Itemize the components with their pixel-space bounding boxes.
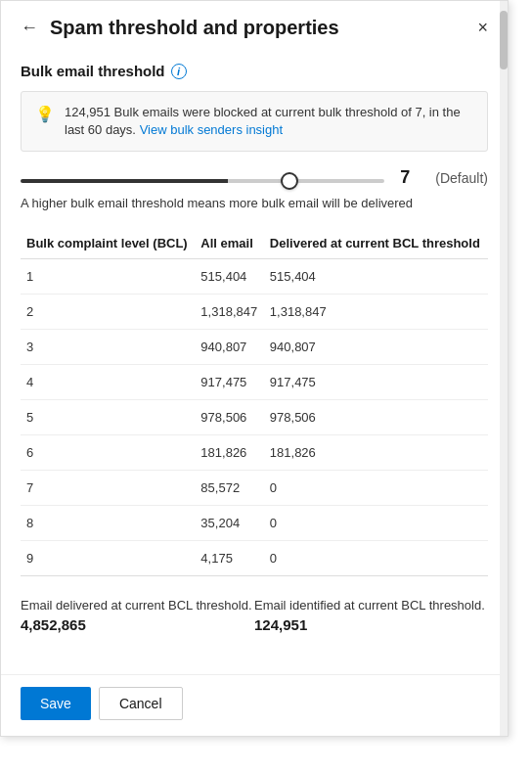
bcl-cell: 6	[21, 435, 195, 471]
delivered-cell: 978,506	[264, 400, 488, 435]
bcl-cell: 7	[21, 471, 195, 506]
delivered-cell: 0	[264, 506, 488, 541]
all-email-cell: 917,475	[195, 365, 263, 400]
summary-right-value: 124,951	[254, 616, 488, 633]
bulk-email-section-label: Bulk email threshold i	[21, 63, 488, 79]
panel-header: ← Spam threshold and properties ×	[1, 1, 508, 47]
slider-value: 7	[400, 167, 420, 188]
panel-content: Bulk email threshold i 💡 124,951 Bulk em…	[1, 47, 508, 674]
delivered-cell: 0	[264, 471, 488, 506]
all-email-cell: 85,572	[195, 471, 263, 506]
bcl-cell: 8	[21, 506, 195, 541]
bulk-email-label: Bulk email threshold	[21, 63, 165, 79]
bcl-cell: 2	[21, 295, 195, 330]
info-text: 124,951 Bulk emails were blocked at curr…	[65, 104, 473, 139]
slider-default-label: (Default)	[435, 170, 488, 186]
table-row: 6 181,826 181,826	[21, 435, 488, 471]
col-bcl: Bulk complaint level (BCL)	[21, 228, 195, 259]
info-icon[interactable]: i	[171, 64, 187, 79]
info-box: 💡 124,951 Bulk emails were blocked at cu…	[21, 91, 488, 152]
col-delivered: Delivered at current BCL threshold	[264, 228, 488, 259]
delivered-cell: 0	[264, 541, 488, 576]
all-email-cell: 35,204	[195, 506, 263, 541]
summary-left-label: Email delivered at current BCL threshold…	[21, 598, 254, 613]
col-all-email: All email	[195, 228, 263, 259]
footer: Save Cancel	[1, 674, 508, 736]
table-row: 3 940,807 940,807	[21, 330, 488, 365]
all-email-cell: 978,506	[195, 400, 263, 435]
table-row: 2 1,318,847 1,318,847	[21, 295, 488, 330]
table-row: 8 35,204 0	[21, 506, 488, 541]
scrollbar[interactable]	[500, 1, 508, 736]
delivered-cell: 515,404	[264, 259, 488, 295]
bcl-cell: 4	[21, 365, 195, 400]
back-button[interactable]: ←	[21, 18, 46, 38]
slider-container	[21, 169, 384, 187]
bcl-cell: 9	[21, 541, 195, 576]
bcl-cell: 3	[21, 330, 195, 365]
table-header-row: Bulk complaint level (BCL) All email Del…	[21, 228, 488, 259]
all-email-cell: 940,807	[195, 330, 263, 365]
all-email-cell: 515,404	[195, 259, 263, 295]
table-row: 7 85,572 0	[21, 471, 488, 506]
summary-left: Email delivered at current BCL threshold…	[21, 590, 254, 641]
table-row: 4 917,475 917,475	[21, 365, 488, 400]
table-row: 5 978,506 978,506	[21, 400, 488, 435]
table-row: 9 4,175 0	[21, 541, 488, 576]
main-panel: ← Spam threshold and properties × Bulk e…	[0, 0, 509, 737]
bcl-table: Bulk complaint level (BCL) All email Del…	[21, 228, 488, 576]
bulb-icon: 💡	[35, 105, 55, 123]
page-title: Spam threshold and properties	[46, 17, 477, 39]
delivered-cell: 1,318,847	[264, 295, 488, 330]
summary-right: Email identified at current BCL threshol…	[254, 590, 488, 641]
slider-description: A higher bulk email threshold means more…	[21, 196, 488, 210]
summary-left-value: 4,852,865	[21, 616, 254, 633]
slider-row: 7 (Default)	[21, 167, 488, 188]
scrollbar-thumb	[500, 11, 508, 69]
summary-row: Email delivered at current BCL threshold…	[21, 590, 488, 641]
bcl-cell: 1	[21, 259, 195, 295]
delivered-cell: 181,826	[264, 435, 488, 471]
summary-right-label: Email identified at current BCL threshol…	[254, 598, 488, 613]
view-bulk-senders-link[interactable]: View bulk senders insight	[140, 122, 283, 137]
bcl-cell: 5	[21, 400, 195, 435]
delivered-cell: 940,807	[264, 330, 488, 365]
all-email-cell: 4,175	[195, 541, 263, 576]
all-email-cell: 181,826	[195, 435, 263, 471]
table-row: 1 515,404 515,404	[21, 259, 488, 295]
delivered-cell: 917,475	[264, 365, 488, 400]
cancel-button[interactable]: Cancel	[99, 687, 183, 720]
save-button[interactable]: Save	[21, 687, 91, 720]
bulk-threshold-slider[interactable]	[21, 179, 384, 183]
all-email-cell: 1,318,847	[195, 295, 263, 330]
close-button[interactable]: ×	[477, 18, 488, 38]
